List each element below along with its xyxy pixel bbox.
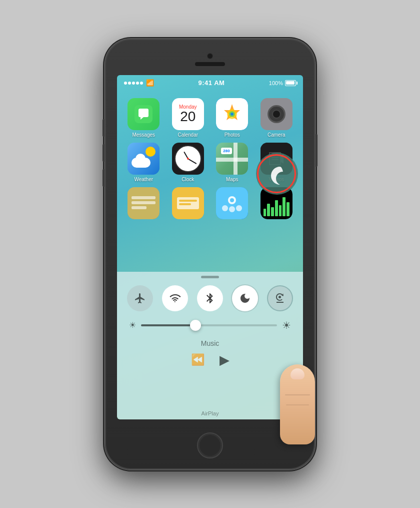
battery-icon bbox=[285, 80, 296, 86]
front-camera bbox=[207, 53, 213, 59]
svg-rect-15 bbox=[179, 203, 191, 205]
camera-lens-inner bbox=[272, 110, 281, 119]
svg-point-21 bbox=[229, 206, 235, 212]
app-clock-icon[interactable] bbox=[172, 143, 204, 175]
rotation-lock-button[interactable] bbox=[267, 285, 293, 311]
app-row3a[interactable] bbox=[124, 187, 164, 219]
svg-point-18 bbox=[230, 198, 234, 202]
app-row3c-icon[interactable] bbox=[216, 187, 248, 219]
stocks-bar-3 bbox=[271, 207, 274, 216]
signal-dot-2 bbox=[128, 82, 131, 85]
app-photos-icon[interactable] bbox=[216, 98, 248, 130]
status-left: 📶 bbox=[124, 79, 154, 87]
app-messages[interactable]: Messages bbox=[124, 98, 164, 138]
maps-badge: 280 bbox=[221, 148, 232, 154]
clock-center bbox=[187, 158, 189, 160]
app-messages-label: Messages bbox=[132, 132, 155, 138]
signal-bars bbox=[124, 82, 143, 85]
app-weather-label: Weather bbox=[134, 177, 153, 182]
finger-nail bbox=[290, 368, 304, 379]
battery-percent-label: 100% bbox=[269, 80, 283, 86]
app-row3b[interactable] bbox=[168, 187, 208, 219]
calendar-day-num: 20 bbox=[180, 110, 196, 124]
brightness-slider-row: ☀ ☀ bbox=[127, 319, 293, 331]
stocks-bar-2 bbox=[267, 204, 270, 216]
app-row3b-icon[interactable] bbox=[172, 187, 204, 219]
weather-sun bbox=[146, 147, 156, 157]
home-button[interactable] bbox=[197, 432, 223, 458]
wifi-status-icon: 📶 bbox=[146, 79, 154, 87]
moon-status-indicator bbox=[256, 153, 298, 195]
stocks-bar-7 bbox=[286, 202, 290, 216]
app-photos-label: Photos bbox=[224, 132, 240, 138]
signal-dot-5 bbox=[140, 82, 143, 85]
bluetooth-button[interactable] bbox=[197, 285, 223, 311]
app-camera[interactable]: Camera bbox=[257, 98, 296, 138]
status-time: 9:41 AM bbox=[198, 79, 224, 87]
app-maps-label: Maps bbox=[226, 177, 238, 182]
brightness-high-icon: ☀ bbox=[282, 319, 291, 331]
music-section-label: Music bbox=[201, 339, 220, 347]
app-messages-icon[interactable] bbox=[128, 98, 160, 130]
app-row3a-icon[interactable] bbox=[128, 187, 160, 219]
app-camera-label: Camera bbox=[268, 132, 286, 138]
battery-fill bbox=[286, 81, 294, 85]
svg-rect-10 bbox=[132, 201, 156, 204]
app-calendar-icon[interactable]: Monday 20 bbox=[172, 98, 204, 130]
brightness-slider-fill bbox=[141, 324, 196, 326]
signal-dot-4 bbox=[136, 82, 139, 85]
brightness-slider-track[interactable] bbox=[141, 324, 277, 326]
app-row3c[interactable] bbox=[212, 187, 252, 219]
wifi-button[interactable] bbox=[162, 285, 188, 311]
signal-dot-3 bbox=[132, 82, 135, 85]
play-button[interactable]: ▶ bbox=[220, 352, 230, 368]
status-bar: 📶 9:41 AM 100% bbox=[117, 75, 303, 91]
app-photos[interactable]: Photos bbox=[212, 98, 252, 138]
svg-point-20 bbox=[236, 205, 242, 211]
app-calendar[interactable]: Monday 20 Calendar bbox=[168, 98, 208, 138]
maps-road-h bbox=[216, 158, 248, 162]
camera-lens bbox=[268, 105, 286, 123]
app-maps[interactable]: 280 Maps bbox=[212, 143, 252, 182]
svg-point-19 bbox=[222, 205, 228, 211]
airplay-label: AirPlay bbox=[202, 410, 219, 416]
app-calendar-label: Calendar bbox=[178, 132, 198, 138]
stocks-bar-4 bbox=[275, 200, 278, 216]
media-controls-row: ⏪ ▶ bbox=[191, 352, 230, 368]
app-weather[interactable]: Weather bbox=[124, 143, 164, 182]
app-clock[interactable]: Clock bbox=[168, 143, 208, 182]
svg-point-4 bbox=[230, 113, 234, 116]
svg-rect-11 bbox=[132, 206, 146, 209]
brightness-slider-thumb[interactable] bbox=[190, 320, 201, 331]
cc-buttons-row bbox=[127, 285, 293, 311]
app-weather-icon[interactable] bbox=[128, 143, 160, 175]
svg-rect-9 bbox=[132, 196, 156, 199]
finger-crease-2 bbox=[286, 404, 309, 405]
airplane-mode-button[interactable] bbox=[127, 285, 153, 311]
stocks-bar-5 bbox=[279, 205, 282, 216]
status-right: 100% bbox=[269, 80, 296, 86]
clock-minute-hand bbox=[188, 158, 196, 164]
signal-dot-1 bbox=[124, 82, 127, 85]
weather-cloud bbox=[132, 158, 150, 168]
finger-crease-1 bbox=[285, 394, 310, 395]
finger-shape bbox=[280, 364, 315, 444]
speaker bbox=[195, 62, 225, 66]
brightness-low-icon: ☀ bbox=[129, 320, 136, 330]
do-not-disturb-button[interactable] bbox=[232, 285, 258, 311]
stocks-chart bbox=[264, 196, 290, 216]
stocks-bar-1 bbox=[264, 209, 266, 216]
app-clock-label: Clock bbox=[182, 177, 194, 182]
svg-rect-14 bbox=[179, 200, 197, 202]
app-maps-icon[interactable]: 280 bbox=[216, 143, 248, 175]
clock-face bbox=[174, 145, 202, 172]
rewind-button[interactable]: ⏪ bbox=[191, 353, 204, 366]
phone-wrapper: 📶 9:41 AM 100% Messages bbox=[105, 39, 315, 469]
control-center-handle[interactable] bbox=[201, 276, 219, 278]
stocks-bar-6 bbox=[282, 197, 286, 216]
svg-point-22 bbox=[278, 296, 281, 298]
app-camera-icon[interactable] bbox=[260, 98, 292, 130]
maps-road-v bbox=[234, 143, 238, 175]
finger-overlay bbox=[275, 344, 330, 444]
phone-top-hardware bbox=[195, 53, 225, 66]
